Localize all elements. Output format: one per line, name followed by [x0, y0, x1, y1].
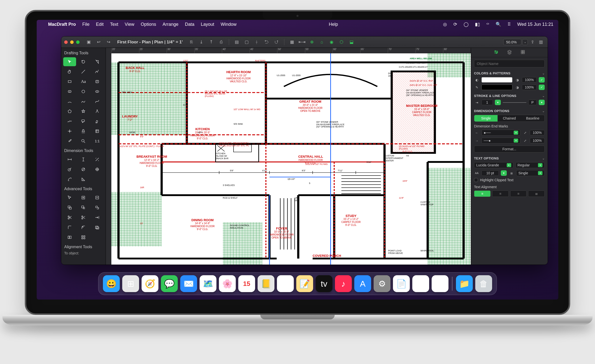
- fill-visible-toggle[interactable]: ✓: [539, 77, 545, 83]
- snap-angle-icon[interactable]: ⬡: [338, 38, 345, 46]
- dock-app-trash[interactable]: 🗑: [475, 275, 492, 292]
- eyedropper-tool[interactable]: [63, 137, 76, 146]
- stroke-opacity-value[interactable]: 100%: [522, 85, 537, 90]
- center-mark-tool[interactable]: [91, 165, 104, 174]
- spotlight-icon[interactable]: 🔍: [496, 22, 501, 27]
- pan-tool[interactable]: [63, 67, 76, 76]
- dock-app-photos[interactable]: 🌸: [219, 275, 236, 292]
- dock-app-notes[interactable]: 📝: [296, 275, 313, 292]
- flip-v-icon[interactable]: ⮍: [273, 38, 280, 46]
- marker-tool[interactable]: [91, 117, 104, 126]
- object-name-input[interactable]: [474, 60, 545, 67]
- highlight-clipped-checkbox[interactable]: Highlight Clipped Text: [474, 178, 545, 182]
- print-icon[interactable]: ⎙: [217, 38, 225, 46]
- offset-tool[interactable]: [91, 223, 104, 232]
- format-button[interactable]: Format...: [474, 146, 545, 152]
- menu-text[interactable]: Text: [110, 22, 118, 27]
- bezier-tool[interactable]: [91, 97, 104, 106]
- wifi-icon[interactable]: ⌔: [486, 22, 489, 27]
- intersect-tool[interactable]: [91, 203, 104, 212]
- inspector-tab-layers[interactable]: [507, 50, 512, 55]
- crop-tool[interactable]: [91, 57, 104, 66]
- snap-guides-icon[interactable]: ⌂: [318, 38, 326, 46]
- menu-arrange[interactable]: Arrange: [163, 22, 178, 27]
- end2-style-dropdown[interactable]: ──●▾: [481, 138, 520, 144]
- rotate-tool[interactable]: [77, 57, 90, 66]
- dock-app-reminders[interactable]: ☑︎: [277, 275, 294, 292]
- rndrect-tool[interactable]: D: [63, 87, 76, 96]
- open-icon[interactable]: ⤓: [198, 38, 205, 46]
- save-icon[interactable]: ⤒: [208, 38, 215, 46]
- grid-icon[interactable]: ▦: [288, 38, 296, 46]
- chevron-down-icon[interactable]: ⌄: [542, 72, 545, 75]
- text-tool[interactable]: Aa: [77, 77, 90, 86]
- ruler-horizontal[interactable]: 20'25'30'35'40'45'50'55'60'65'70'75'80': [111, 48, 471, 53]
- menu-edit[interactable]: Edit: [96, 22, 104, 27]
- cc-icon[interactable]: ◎: [443, 22, 447, 27]
- point-tool[interactable]: [63, 127, 76, 136]
- attrib-tool[interactable]: [91, 127, 104, 136]
- trim-tool[interactable]: [77, 213, 90, 222]
- dock-app-preview[interactable]: 🖼: [432, 275, 448, 292]
- user-icon[interactable]: ◯: [464, 22, 469, 27]
- end2-scale-value[interactable]: 100%: [530, 138, 545, 143]
- font-style-dropdown[interactable]: Regular▾: [515, 162, 545, 168]
- chamfer-tool[interactable]: [77, 223, 90, 232]
- align-left[interactable]: ≡: [474, 190, 491, 197]
- inspector-tab-properties[interactable]: [494, 50, 499, 55]
- line-end-value[interactable]: P: [528, 100, 537, 105]
- dock-app-calendar[interactable]: 15: [238, 275, 255, 292]
- menu-layout[interactable]: Layout: [201, 22, 214, 27]
- ellipse-tool[interactable]: R: [91, 87, 104, 96]
- chevron-down-icon[interactable]: ⌄: [542, 94, 545, 98]
- union-tool[interactable]: [63, 203, 76, 212]
- menu-data[interactable]: Data: [185, 22, 194, 27]
- control-center-icon[interactable]: ⠿: [507, 22, 511, 27]
- menubar-clock[interactable]: Wed 15 Jun 11:21: [517, 22, 553, 27]
- share-icon[interactable]: ⇪: [529, 38, 536, 46]
- radial-dim-tool[interactable]: [63, 165, 76, 174]
- callout-tool[interactable]: [77, 117, 90, 126]
- rect-tool[interactable]: [63, 77, 76, 86]
- arc-tool[interactable]: [63, 97, 76, 106]
- vertical-dim-tool[interactable]: [77, 155, 90, 164]
- polyline-tool[interactable]: [91, 67, 104, 76]
- parallel-tool[interactable]: [91, 107, 104, 116]
- stroke-color-swatch[interactable]: [481, 85, 512, 90]
- circle-tool[interactable]: [77, 87, 90, 96]
- flip-h-icon[interactable]: ⮌: [263, 38, 270, 46]
- del-node-tool[interactable]: [91, 193, 104, 202]
- align-right[interactable]: ≡: [510, 190, 527, 197]
- snap-endpoint-icon[interactable]: ⬓: [348, 38, 355, 46]
- array-tool[interactable]: [77, 233, 90, 242]
- stroke-visible-toggle[interactable]: ✓: [539, 85, 545, 90]
- dock-app-settings[interactable]: ⚙︎: [374, 275, 390, 292]
- dock-app-tv[interactable]: tv: [316, 275, 332, 292]
- align-icon[interactable]: ⟊: [253, 38, 260, 46]
- dock-app-launchpad[interactable]: ⊞: [122, 275, 139, 292]
- dim-mode-baseline[interactable]: Baseline: [521, 115, 544, 121]
- dock-app-finder[interactable]: 😀: [103, 275, 120, 292]
- dock-app-messages[interactable]: 💬: [161, 275, 178, 292]
- angle-dim-tool[interactable]: [77, 175, 90, 184]
- snap-grid-icon[interactable]: ⊕: [308, 38, 316, 46]
- scale-11-tool[interactable]: 1:1: [91, 137, 104, 146]
- dimension-mode-segmented[interactable]: Single Chained Baseline: [474, 115, 545, 122]
- star-tool[interactable]: [77, 107, 90, 116]
- mirror-tool[interactable]: [63, 233, 76, 242]
- end1-style-dropdown[interactable]: ●──▾: [481, 130, 520, 136]
- chevron-down-icon[interactable]: ⌄: [542, 109, 545, 113]
- dock-app-safari[interactable]: 🧭: [142, 275, 158, 292]
- stroke-weight-value[interactable]: 1: [481, 100, 493, 105]
- fullscreen-button[interactable]: [76, 40, 80, 44]
- zoom-dropdown[interactable]: ⌄: [522, 39, 528, 45]
- minimize-button[interactable]: [70, 40, 74, 44]
- snap-objects-icon[interactable]: ◉: [328, 38, 335, 46]
- inspector-tab-library[interactable]: [520, 50, 525, 55]
- freehand-tool[interactable]: [63, 117, 76, 126]
- fill-opacity-value[interactable]: 100%: [522, 77, 537, 83]
- menu-file[interactable]: File: [82, 22, 89, 27]
- battery-icon[interactable]: ▮▯: [475, 22, 480, 27]
- font-family-dropdown[interactable]: Lucida Grande▾: [474, 162, 513, 168]
- font-size-value[interactable]: 10 pt: [481, 170, 499, 176]
